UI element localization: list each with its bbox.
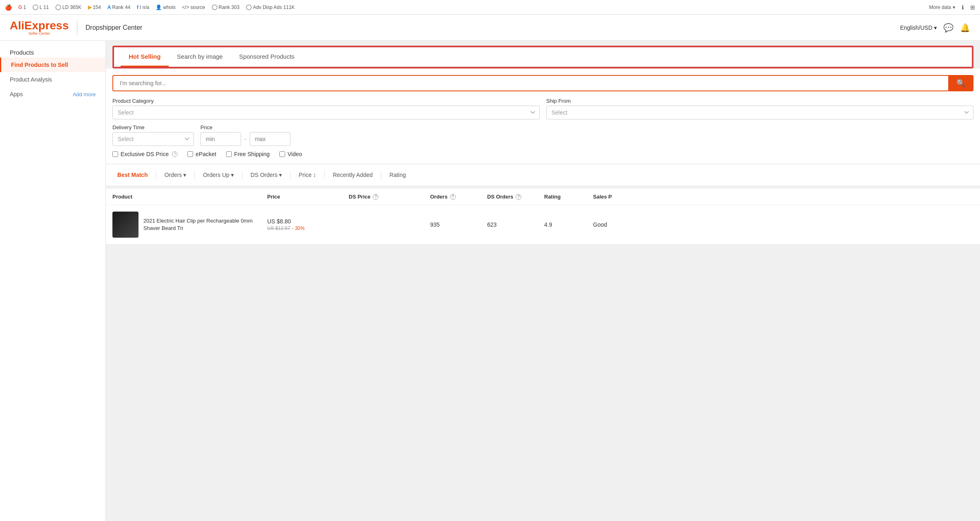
search-button[interactable]: 🔍 — [948, 75, 973, 91]
chat-icon-btn[interactable]: 💬 — [943, 23, 954, 33]
adv-icon — [246, 4, 252, 10]
code-icon: </> — [182, 4, 189, 10]
sort-recently-added[interactable]: Recently Added — [328, 169, 378, 181]
sort-orders-up[interactable]: Orders Up ▾ — [198, 169, 239, 181]
rating-cell: 4.9 — [544, 221, 593, 228]
language-button[interactable]: English/USD ▾ — [900, 24, 937, 31]
main-layout: Products Find Products to Sell Product A… — [0, 41, 980, 521]
product-category-group: Product Category Select — [112, 98, 540, 119]
tab-sponsored-products[interactable]: Sponsored Products — [231, 47, 303, 67]
checkbox-row: Exclusive DS Price ? ePacket Free Shippi… — [112, 151, 973, 157]
price-label: Price — [200, 124, 973, 130]
exclusive-ds-checkbox[interactable]: Exclusive DS Price ? — [112, 151, 178, 157]
topbar-source[interactable]: </> source — [182, 4, 205, 10]
price-group: Price - — [200, 124, 973, 146]
b-icon: ▶ — [88, 4, 92, 10]
tab-hot-selling[interactable]: Hot Selling — [121, 47, 169, 67]
tab-search-by-image[interactable]: Search by image — [169, 47, 231, 67]
topbar-rank303[interactable]: Rank 303 — [212, 4, 240, 10]
sort-divider-1 — [156, 171, 156, 179]
topbar-g[interactable]: G 1 — [18, 4, 26, 10]
epacket-input[interactable] — [187, 151, 193, 157]
topbar-logo: 🍎 — [5, 4, 12, 11]
price-min-input[interactable] — [200, 132, 241, 146]
search-section: 🔍 — [106, 68, 980, 91]
col-orders: Orders ? — [430, 194, 487, 200]
add-more-button[interactable]: Add more — [73, 91, 96, 97]
exclusive-ds-help-icon[interactable]: ? — [172, 151, 178, 157]
ds-orders-cell: 623 — [487, 221, 544, 228]
search-input[interactable] — [112, 75, 948, 91]
l-icon — [33, 4, 38, 10]
video-checkbox[interactable]: Video — [279, 151, 302, 157]
product-image — [112, 212, 138, 238]
sort-best-match[interactable]: Best Match — [112, 169, 153, 181]
sidebar-apps-label: Apps — [10, 91, 23, 97]
col-price: Price — [267, 194, 349, 200]
topbar-ld[interactable]: LD 365K — [55, 4, 81, 10]
sort-rating[interactable]: Rating — [385, 169, 411, 181]
chevron-down-icon: ▾ — [934, 24, 937, 31]
epacket-checkbox[interactable]: ePacket — [187, 151, 216, 157]
chevron-down-icon: ▾ — [953, 4, 955, 10]
sort-divider-4 — [290, 171, 290, 179]
rank-icon — [212, 4, 218, 10]
topbar-adv[interactable]: Adv Disp Ads 111K — [246, 4, 295, 10]
person-icon: 👤 — [156, 4, 162, 10]
sort-divider-6 — [381, 171, 381, 179]
delivery-time-group: Delivery Time Select — [112, 124, 194, 146]
col-ds-price: DS Price ? — [349, 194, 430, 200]
topbar-b[interactable]: ▶ 154 — [88, 4, 101, 10]
col-rating: Rating — [544, 194, 593, 200]
sort-orders[interactable]: Orders ▾ — [160, 169, 191, 181]
price-original: US $12.57 — [267, 225, 290, 231]
search-row: 🔍 — [112, 75, 973, 91]
category-ship-row: Product Category Select Ship From Select — [112, 98, 973, 119]
video-input[interactable] — [279, 151, 285, 157]
topbar-l[interactable]: L 11 — [33, 4, 49, 10]
grid-icon-btn[interactable]: ⊞ — [970, 4, 975, 11]
col-sales-p: Sales P — [593, 194, 973, 200]
sales-p-cell: Good — [593, 221, 973, 228]
orders-help-icon[interactable]: ? — [450, 194, 456, 200]
table-row: 2021 Electric Hair Clip per Rechargeable… — [106, 205, 980, 245]
ship-from-select[interactable]: Select — [546, 106, 973, 119]
arrow-down-icon-2: ▾ — [231, 172, 234, 178]
highlight-box: Hot Selling Search by image Sponsored Pr… — [112, 46, 973, 68]
sort-price[interactable]: Price ↕ — [294, 169, 321, 181]
free-shipping-input[interactable] — [226, 151, 232, 157]
sidebar-item-product-analysis[interactable]: Product Analysis — [0, 72, 105, 87]
sort-bar: Best Match Orders ▾ Orders Up ▾ DS Order… — [106, 164, 980, 185]
sidebar-products-section: Products — [0, 44, 105, 57]
sort-divider-5 — [324, 171, 325, 179]
price-inputs: - — [200, 132, 973, 146]
delivery-time-select[interactable]: Select — [112, 132, 194, 146]
sidebar: Products Find Products to Sell Product A… — [0, 41, 106, 521]
price-main: US $8.80 — [267, 218, 349, 225]
ship-from-label: Ship From — [546, 98, 973, 104]
more-data-button[interactable]: More data ▾ — [929, 4, 955, 10]
price-max-input[interactable] — [250, 132, 290, 146]
product-category-select[interactable]: Select — [112, 106, 540, 119]
table-section: Product Price DS Price ? Orders ? DS Ord… — [106, 189, 980, 245]
ship-from-group: Ship From Select — [546, 98, 973, 119]
topbar-fb[interactable]: f I n/a — [137, 4, 149, 10]
topbar-whois[interactable]: 👤 whois — [156, 4, 176, 10]
product-name[interactable]: 2021 Electric Hair Clip per Rechargeable… — [143, 217, 267, 232]
sidebar-item-find-products[interactable]: Find Products to Sell — [0, 57, 105, 72]
delivery-price-row: Delivery Time Select Price - — [112, 124, 973, 146]
ds-orders-help-icon[interactable]: ? — [516, 194, 521, 200]
exclusive-ds-input[interactable] — [112, 151, 118, 157]
info-icon-btn[interactable]: ℹ — [962, 4, 964, 11]
topbar-rank44[interactable]: A Rank 44 — [108, 4, 130, 10]
price-cell: US $8.80 US $12.57 - 30% — [267, 218, 349, 231]
orders-cell: 935 — [430, 221, 487, 228]
tabs-container: Hot Selling Search by image Sponsored Pr… — [114, 47, 972, 67]
sort-ds-orders[interactable]: DS Orders ▾ — [246, 169, 287, 181]
search-icon: 🔍 — [956, 79, 965, 87]
notification-icon-btn[interactable]: 🔔 — [960, 23, 970, 33]
free-shipping-checkbox[interactable]: Free Shipping — [226, 151, 270, 157]
col-product: Product — [112, 194, 267, 200]
aliexpress-logo: AliExpress Seller Center — [10, 20, 69, 35]
ds-price-help-icon[interactable]: ? — [373, 194, 378, 200]
